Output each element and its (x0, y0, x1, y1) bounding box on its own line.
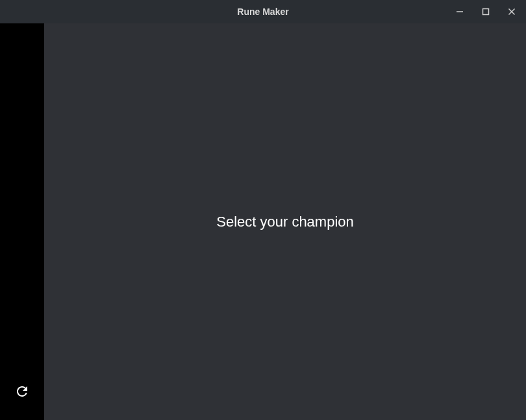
titlebar[interactable]: Rune Maker (0, 0, 526, 23)
close-button[interactable] (503, 3, 521, 21)
maximize-button[interactable] (477, 3, 495, 21)
refresh-icon (14, 384, 30, 399)
minimize-button[interactable] (451, 3, 469, 21)
svg-rect-1 (483, 9, 489, 15)
main-panel: Select your champion (44, 23, 526, 420)
content-area: Select your champion (0, 23, 526, 420)
refresh-button[interactable] (9, 378, 35, 404)
maximize-icon (482, 8, 490, 16)
minimize-icon (456, 8, 464, 16)
close-icon (508, 8, 516, 16)
window-controls (451, 3, 521, 21)
window-title: Rune Maker (237, 6, 288, 17)
select-champion-prompt: Select your champion (216, 214, 354, 230)
app-window: Rune Maker (0, 0, 526, 420)
sidebar (0, 23, 44, 420)
